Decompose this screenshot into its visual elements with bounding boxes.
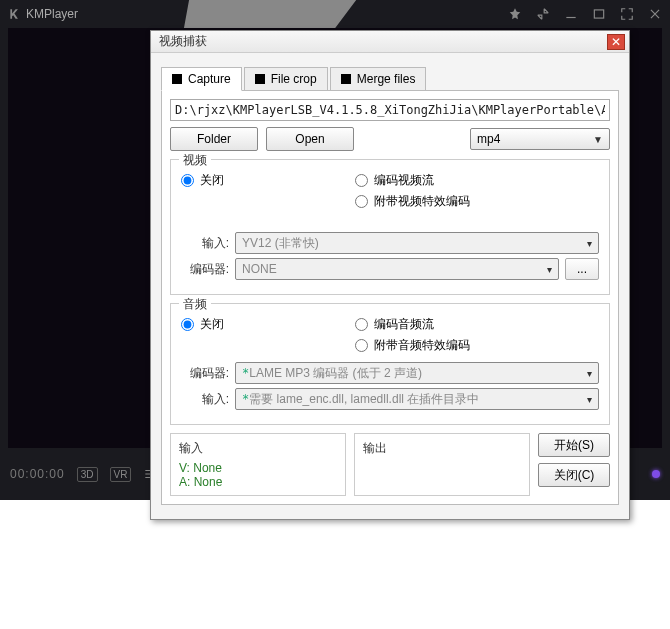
audio-encoder-select[interactable]: * LAME MP3 编码器 (低于 2 声道) ▾ <box>235 362 599 384</box>
tab-merge-files[interactable]: Merge files <box>330 67 427 90</box>
video-radio-effects[interactable]: 附带视频特效编码 <box>355 193 599 210</box>
video-radio-off[interactable]: 关闭 <box>181 172 355 189</box>
video-input-select[interactable]: YV12 (非常快) ▾ <box>235 232 599 254</box>
video-encoder-value: NONE <box>242 262 277 276</box>
open-button[interactable]: Open <box>266 127 354 151</box>
progress-handle-icon[interactable] <box>652 470 660 478</box>
chevron-down-icon: ▾ <box>587 238 592 249</box>
capture-dialog: 视频捕获 ✕ Capture File crop Merge files Fol… <box>150 30 630 520</box>
tab-panel-capture: Folder Open mp4 ▼ 视频 关闭 <box>161 91 619 505</box>
output-panel-title: 输出 <box>363 440 521 457</box>
pin-icon[interactable] <box>508 7 522 21</box>
dialog-body: Capture File crop Merge files Folder Ope… <box>151 53 629 513</box>
audio-encoder-label: 编码器: <box>181 365 229 382</box>
fullscreen-icon[interactable] <box>620 7 634 21</box>
close-button[interactable]: 关闭(C) <box>538 463 610 487</box>
video-group-title: 视频 <box>179 152 211 169</box>
minimize-icon[interactable] <box>564 7 578 21</box>
square-icon <box>255 74 265 84</box>
output-path-input[interactable] <box>170 99 610 121</box>
kmplayer-logo-icon <box>8 7 22 21</box>
video-radio-encode-input[interactable] <box>355 174 368 187</box>
audio-input-value: 需要 lame_enc.dll, lamedll.dll 在插件目录中 <box>249 391 479 408</box>
tab-capture-label: Capture <box>188 72 231 86</box>
input-panel-a: A: None <box>179 475 337 489</box>
square-icon <box>341 74 351 84</box>
chevron-down-icon: ▾ <box>587 368 592 379</box>
tab-capture[interactable]: Capture <box>161 67 242 91</box>
tab-file-crop[interactable]: File crop <box>244 67 328 90</box>
video-radio-encode[interactable]: 编码视频流 <box>355 172 599 189</box>
format-select[interactable]: mp4 ▼ <box>470 128 610 150</box>
close-x-icon: ✕ <box>611 36 621 48</box>
chevron-down-icon: ▾ <box>587 394 592 405</box>
tab-filecrop-label: File crop <box>271 72 317 86</box>
video-group: 视频 关闭 编码视频流 <box>170 159 610 295</box>
video-encoder-options-button[interactable]: ... <box>565 258 599 280</box>
audio-input-label: 输入: <box>181 391 229 408</box>
player-window-controls <box>508 7 662 21</box>
input-panel: 输入 V: None A: None <box>170 433 346 496</box>
video-encoder-select[interactable]: NONE ▾ <box>235 258 559 280</box>
audio-group-title: 音频 <box>179 296 211 313</box>
audio-input-select[interactable]: * 需要 lame_enc.dll, lamedll.dll 在插件目录中 ▾ <box>235 388 599 410</box>
time-elapsed: 00:00:00 <box>10 467 65 481</box>
video-radio-off-input[interactable] <box>181 174 194 187</box>
shrink-icon[interactable] <box>536 7 550 21</box>
player-title: KMPlayer <box>8 7 78 21</box>
audio-radio-effects-input[interactable] <box>355 339 368 352</box>
video-radio-effects-input[interactable] <box>355 195 368 208</box>
dialog-titlebar[interactable]: 视频捕获 ✕ <box>151 31 629 53</box>
start-button[interactable]: 开始(S) <box>538 433 610 457</box>
badge-vr[interactable]: VR <box>110 467 132 482</box>
video-encoder-label: 编码器: <box>181 261 229 278</box>
input-panel-v: V: None <box>179 461 337 475</box>
close-icon[interactable] <box>648 7 662 21</box>
video-input-label: 输入: <box>181 235 229 252</box>
badge-3d[interactable]: 3D <box>77 467 98 482</box>
audio-radio-off-input[interactable] <box>181 318 194 331</box>
dialog-title: 视频捕获 <box>155 33 607 50</box>
svg-rect-0 <box>594 10 603 18</box>
dialog-footer: 输入 V: None A: None 输出 开始(S) 关闭(C) <box>170 433 610 496</box>
output-panel: 输出 <box>354 433 530 496</box>
player-app-name: KMPlayer <box>26 7 78 21</box>
audio-radio-off[interactable]: 关闭 <box>181 316 355 333</box>
folder-button[interactable]: Folder <box>170 127 258 151</box>
audio-radio-effects[interactable]: 附带音频特效编码 <box>355 337 599 354</box>
audio-encoder-value: LAME MP3 编码器 (低于 2 声道) <box>249 365 422 382</box>
chevron-down-icon: ▾ <box>547 264 552 275</box>
input-panel-title: 输入 <box>179 440 337 457</box>
audio-radio-encode[interactable]: 编码音频流 <box>355 316 599 333</box>
tab-merge-label: Merge files <box>357 72 416 86</box>
maximize-icon[interactable] <box>592 7 606 21</box>
format-select-value: mp4 <box>477 132 500 146</box>
audio-group: 音频 关闭 编码音频流 <box>170 303 610 425</box>
chevron-down-icon: ▼ <box>593 134 603 145</box>
square-icon <box>172 74 182 84</box>
tabs-bar: Capture File crop Merge files <box>161 67 619 91</box>
audio-radio-encode-input[interactable] <box>355 318 368 331</box>
player-titlebar: KMPlayer <box>0 0 670 28</box>
dialog-close-button[interactable]: ✕ <box>607 34 625 50</box>
video-input-value: YV12 (非常快) <box>242 235 319 252</box>
